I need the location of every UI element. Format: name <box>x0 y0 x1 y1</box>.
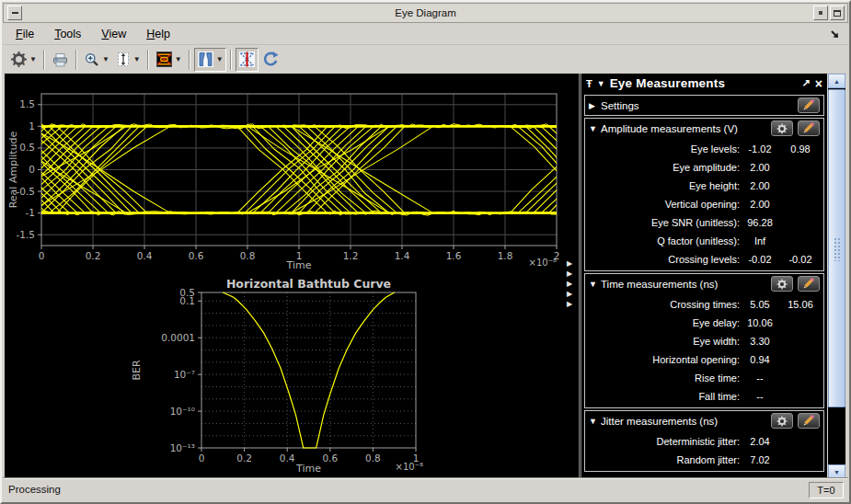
bathtub-curves-button[interactable] <box>236 48 259 72</box>
measurement-value-2 <box>780 451 821 469</box>
measurement-value: -- <box>740 387 780 406</box>
zoom-in-button[interactable]: ▼ <box>81 48 112 72</box>
measurement-value: 10.06 <box>740 314 780 332</box>
style-edit-button[interactable] <box>798 97 820 113</box>
minimize-button[interactable] <box>813 6 828 20</box>
section-title: Jitter measurements (ns) <box>601 416 766 427</box>
measurement-value-2: 0.98 <box>780 140 821 158</box>
close-icon[interactable]: × <box>815 79 822 88</box>
menu-view[interactable]: View <box>101 28 126 40</box>
measurement-value-2: 15.06 <box>780 295 821 314</box>
dropdown-caret-icon: ▼ <box>175 55 182 63</box>
svg-text:0.2: 0.2 <box>86 250 101 261</box>
gear-icon <box>776 122 788 135</box>
measurement-settings-button[interactable] <box>771 413 793 429</box>
print-button[interactable] <box>49 48 72 72</box>
dropdown-caret-icon: ▼ <box>216 55 224 63</box>
toolbar-separator <box>75 50 77 70</box>
pencil-icon <box>802 278 815 290</box>
status-text: Processing <box>8 484 61 495</box>
collapse-icon[interactable]: ▼ <box>589 417 601 426</box>
measurement-value-2 <box>780 350 821 369</box>
scrollbar-up-button[interactable]: ▲ <box>828 74 845 88</box>
menu-tools[interactable]: Tools <box>54 28 81 40</box>
gear-icon <box>10 51 28 68</box>
bathtub-icon <box>238 51 256 68</box>
section-header-settings[interactable]: ▶Settings <box>585 96 823 115</box>
measurement-row: Eye delay:10.06 <box>585 314 823 332</box>
dropdown-caret-icon: ▼ <box>29 55 37 63</box>
collapse-icon[interactable]: ▼ <box>589 280 601 289</box>
svg-text:1: 1 <box>29 120 35 132</box>
svg-text:0.8: 0.8 <box>240 250 256 261</box>
measurement-row: Eye amplitude:2.00 <box>585 158 823 177</box>
expander-arrow-icon: ▶ <box>567 270 572 278</box>
svg-text:1.2: 1.2 <box>343 250 359 261</box>
measurement-row: Q factor (unitless):Inf <box>585 232 823 250</box>
section-title: Time measurements (ns) <box>601 279 766 290</box>
settings-button[interactable]: ▼ <box>7 48 40 72</box>
expand-icon[interactable]: ▶ <box>589 101 601 110</box>
svg-text:1.8: 1.8 <box>498 250 513 261</box>
measurement-value-2 <box>780 369 821 387</box>
measurement-label: Fall time: <box>585 387 740 406</box>
measurement-value: 96.28 <box>740 213 780 232</box>
style-edit-button[interactable] <box>798 276 820 292</box>
svg-text:10⁻⁷: 10⁻⁷ <box>174 369 195 380</box>
toolbar: ▼ ▼ <box>3 46 848 74</box>
svg-text:10⁻¹³: 10⁻¹³ <box>170 442 195 453</box>
histogram-icon <box>197 51 214 68</box>
panel-expander-arrows[interactable]: ▶▶▶▶▶ <box>567 260 572 308</box>
measurement-value: 0.94 <box>740 350 780 369</box>
pencil-icon <box>802 99 815 111</box>
svg-text:0.0001: 0.0001 <box>161 332 195 343</box>
histograms-button[interactable]: ▼ <box>194 48 226 72</box>
measurement-value: Inf <box>740 232 780 250</box>
collapse-icon[interactable]: ▼ <box>597 79 605 88</box>
measurement-settings-button[interactable] <box>771 276 793 292</box>
scale-axes-button[interactable]: ▼ <box>112 48 144 72</box>
menu-help[interactable]: Help <box>146 28 170 40</box>
section-header-amplitude[interactable]: ▼Amplitude measurements (V) <box>585 119 823 138</box>
measurement-row: Eye levels:-1.020.98 <box>585 140 823 158</box>
axes-scale-icon <box>115 51 132 68</box>
measurement-label: Horizontal opening: <box>585 350 740 369</box>
measurement-row: Fall time:-- <box>585 387 823 406</box>
gear-icon <box>776 278 788 291</box>
dropdown-caret-icon: ▼ <box>133 55 141 63</box>
style-edit-button[interactable] <box>798 413 820 429</box>
measurement-settings-button[interactable] <box>771 120 793 136</box>
style-edit-button[interactable] <box>798 120 820 136</box>
measurement-value-2 <box>780 195 821 213</box>
eye-measurements-panel: Ŧ ▼ Eye Measurements ↗ × ▶Settings▼Ampli… <box>581 74 827 479</box>
measurement-row: Eye SNR (unitless):96.28 <box>585 213 823 232</box>
eye-measurements-button[interactable]: ▼ <box>153 48 185 72</box>
measurement-label: Q factor (unitless): <box>585 232 740 250</box>
maximize-button[interactable] <box>830 6 845 20</box>
scrollbar-thumb[interactable] <box>828 89 845 407</box>
measurement-value-2 <box>780 177 821 195</box>
collapse-icon[interactable]: ▼ <box>589 124 601 133</box>
undock-icon[interactable]: ↗ <box>802 77 811 89</box>
svg-text:×10⁻⁸: ×10⁻⁸ <box>396 462 423 472</box>
section-header-time[interactable]: ▼Time measurements (ns) <box>585 274 823 293</box>
panel-header: Ŧ ▼ Eye Measurements ↗ × <box>581 74 827 93</box>
measurement-value: 3.30 <box>740 332 780 350</box>
title-bar: Eye Diagram <box>3 3 848 23</box>
svg-text:Time: Time <box>286 259 312 271</box>
measurement-value-2: -0.02 <box>780 250 821 269</box>
measurement-value: -0.02 <box>740 250 780 269</box>
panel-scrollbar[interactable]: ▲ ▼ <box>828 74 845 479</box>
pin-icon[interactable]: Ŧ <box>586 78 592 89</box>
measurement-value: 7.02 <box>740 451 780 469</box>
dock-arrow-icon[interactable] <box>829 28 841 44</box>
menu-file[interactable]: File <box>16 28 34 40</box>
section-jitter: ▼Jitter measurements (ns)Deterministic j… <box>584 410 824 472</box>
measurement-row: Crossing levels:-0.02-0.02 <box>585 250 823 269</box>
svg-text:0.8: 0.8 <box>365 452 381 464</box>
section-header-jitter[interactable]: ▼Jitter measurements (ns) <box>585 411 823 430</box>
refresh-button[interactable] <box>259 48 282 72</box>
measurement-row: Rise time:-- <box>585 369 823 387</box>
measurement-value-2 <box>780 213 821 232</box>
section-settings: ▶Settings <box>584 95 824 116</box>
